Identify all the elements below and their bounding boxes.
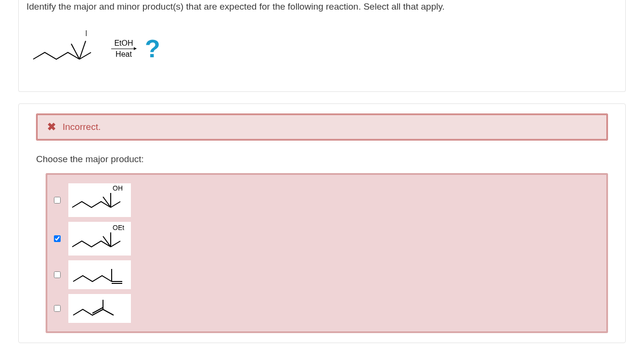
reaction-arrow-icon xyxy=(111,49,136,49)
question-prompt: Identify the major and minor product(s) … xyxy=(26,0,618,18)
option-structure-alkene-internal xyxy=(68,294,131,323)
reaction-conditions: EtOH Heat xyxy=(111,39,136,59)
option-structure-oet: OEt xyxy=(68,222,131,256)
option-label-oh: OH xyxy=(113,184,123,192)
svg-line-13 xyxy=(103,309,114,315)
condition-heat: Heat xyxy=(111,50,136,59)
option-row-oh[interactable]: OH xyxy=(54,183,600,217)
svg-line-6 xyxy=(111,241,120,247)
feedback-status-text: Incorrect. xyxy=(63,122,101,132)
svg-line-5 xyxy=(103,197,111,207)
answer-card: ✖ Incorrect. Choose the major product: xyxy=(18,103,626,343)
iodine-label: I xyxy=(85,29,87,38)
incorrect-x-icon: ✖ xyxy=(47,122,56,132)
option-checkbox-alkene-terminal[interactable] xyxy=(54,271,61,278)
question-mark-icon: ? xyxy=(145,36,159,61)
option-checkbox-alkene-internal[interactable] xyxy=(54,305,61,312)
option-structure-oh: OH xyxy=(68,183,131,217)
options-group: OH OEt xyxy=(46,173,608,333)
option-row-alkene-terminal[interactable] xyxy=(54,260,600,289)
condition-reagent: EtOH xyxy=(111,39,136,48)
feedback-banner: ✖ Incorrect. xyxy=(36,114,608,141)
svg-line-8 xyxy=(103,236,111,247)
question-card: Identify the major and minor product(s) … xyxy=(18,0,626,92)
option-structure-alkene-terminal xyxy=(68,260,131,289)
option-row-oet[interactable]: OEt xyxy=(54,222,600,256)
option-row-alkene-internal[interactable] xyxy=(54,294,600,323)
choose-major-label: Choose the major product: xyxy=(36,154,608,165)
svg-line-3 xyxy=(111,202,120,207)
option-checkbox-oet[interactable] xyxy=(54,235,61,242)
option-checkbox-oh[interactable] xyxy=(54,197,61,204)
option-label-oet: OEt xyxy=(113,224,124,231)
reactant-structure: I xyxy=(30,28,103,69)
reaction-scheme: I EtOH Heat ? xyxy=(26,18,618,84)
